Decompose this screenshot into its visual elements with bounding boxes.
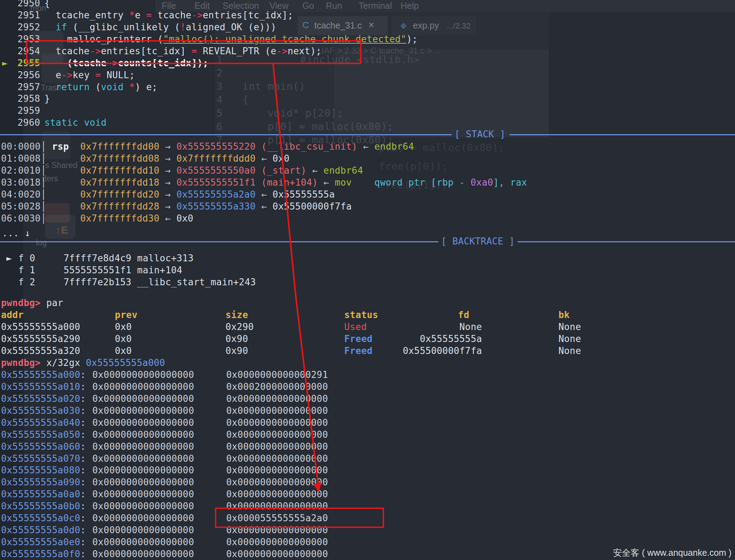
line-number: 2950 (14, 0, 40, 9)
text-segment: → (160, 165, 177, 176)
text-segment: 0x7fffffffdd28 (80, 201, 160, 212)
memory-value: 0x0000000000000000 (226, 548, 328, 560)
text-segment: : (80, 393, 86, 404)
text-segment: aligned_OK (e))) (186, 22, 276, 32)
source-code-text: tcache_entry *e = tcache->entries[tc_idx… (44, 9, 293, 21)
text-segment: x/32gx (46, 357, 86, 368)
backtrace-row: f 2 7ffff7e2b153 __libc_start_main+243 (0, 276, 735, 288)
backtrace-section-label: [ BACKTRACE ] (441, 236, 515, 247)
text-segment: -> (61, 70, 73, 80)
text-segment: → (160, 153, 177, 164)
memory-address: 0x55555555a010: (1, 381, 86, 393)
text-segment: key (73, 70, 95, 80)
annotation-box-memory-value (215, 508, 384, 528)
watermark: 安全客 ( www.anquanke.com ) (613, 547, 731, 559)
text-segment: * (129, 82, 135, 92)
text-segment (46, 165, 80, 176)
text-segment: ); (406, 34, 418, 44)
stack-divider (509, 134, 735, 135)
line-number: 2959 (14, 105, 40, 117)
text-segment (46, 177, 80, 188)
memory-value: 0x0000000000000000 (92, 417, 194, 429)
text-segment: rsp (52, 141, 69, 152)
text-segment: 0x0 (273, 153, 290, 164)
current-line-marker (2, 33, 14, 45)
text-segment: 0x7fffffffdd10 (80, 165, 160, 176)
backtrace-row: ►f 0 7ffff7e8d4c9 malloc+313 (0, 252, 735, 264)
memory-address: 0x55555555a0e0: (1, 536, 86, 548)
chunk-prev: 0x0 (115, 321, 132, 333)
text-segment: 0x7fffffffdd20 (80, 189, 160, 200)
heap-chunk-row: 0x55555555a2900x00x90FreedNone0x55555555… (0, 333, 735, 345)
text-segment: 0x55555555a0a0 (1, 489, 80, 499)
heap-table-header: addrprevsizestatusfdbk (0, 309, 735, 321)
memory-value: 0x0000000000000000 (226, 536, 328, 548)
source-code-text: e->key = NULL; (44, 69, 135, 81)
text-segment: return (56, 82, 89, 92)
memory-row: 0x55555555a020:0x00000000000000000x00000… (0, 393, 735, 405)
text-segment: e (135, 10, 146, 20)
source-line: 2950{ (0, 0, 735, 9)
memory-value: 0x0000000000000000 (92, 441, 194, 453)
chunk-size: 0x290 (226, 321, 254, 333)
source-line: 2951 tcache_entry *e = tcache->entries[t… (0, 9, 735, 21)
memory-address: 0x55555555a050: (1, 429, 86, 441)
text-segment (78, 117, 84, 128)
text-segment: 0x55555555a080 (1, 465, 80, 475)
current-line-marker (2, 21, 14, 33)
text-segment: : (80, 429, 86, 440)
text-segment: 0x55555555a330 (177, 201, 256, 212)
text-segment: ← (255, 189, 272, 200)
backtrace-frame-text: f 2 7ffff7e2b153 __libc_start_main+243 (18, 276, 256, 288)
chunk-prev: 0x0 (115, 345, 132, 357)
text-segment: void (101, 82, 124, 92)
text-segment: endbr64 (375, 141, 414, 152)
text-segment (46, 201, 80, 212)
prompt-line: pwndbg> par (1, 297, 735, 309)
text-segment (46, 153, 80, 164)
chunk-size: 0x90 (226, 345, 248, 357)
stack-divider (0, 134, 452, 135)
text-segment: 0x55555555a090 (1, 477, 80, 487)
memory-address: 0x55555555a0b0: (1, 500, 86, 512)
chunk-addr: 0x55555555a320 (1, 345, 80, 357)
text-segment: 0x555555555220 (__libc_csu_init) (177, 141, 358, 152)
text-segment: 0x55555555a (273, 189, 335, 200)
memory-address: 0x55555555a000: (1, 369, 86, 381)
memory-row: 0x55555555a090:0x00000000000000000x00000… (0, 476, 735, 488)
chunk-addr: 0x55555555a290 (1, 333, 80, 345)
column-header-size: size (226, 309, 248, 321)
chunk-addr: 0x55555555a000 (1, 321, 80, 333)
current-line-marker (2, 93, 14, 105)
chunk-status: Used (344, 321, 367, 333)
source-code-text: if (__glibc_unlikely (!aligned_OK (e))) (44, 21, 276, 33)
memory-value: 0x0000000000000000 (92, 464, 194, 476)
source-line: 2960static void (0, 117, 735, 129)
text-segment: ← (255, 201, 272, 212)
current-line-marker (2, 81, 14, 93)
text-segment: → (160, 201, 177, 212)
text-segment: NULL; (101, 70, 135, 80)
memory-address: 0x55555555a0c0: (1, 512, 86, 524)
chunk-fd: 0x55555555a (370, 333, 482, 345)
memory-address: 0x55555555a090: (1, 476, 86, 488)
text-segment: : (80, 417, 86, 428)
text-segment: -> (191, 10, 203, 20)
memory-value: 0x0000000000000000 (92, 453, 194, 465)
desktop-item-log[interactable]: log (36, 238, 47, 248)
text-segment: 00:0000 (1, 141, 41, 152)
memory-address: 0x55555555a0d0: (1, 524, 86, 536)
text-segment: = (95, 70, 101, 80)
text-segment: e (44, 70, 61, 80)
current-frame-marker: ► (6, 252, 12, 264)
stack-row: 00:0000│ rsp 0x7fffffffdd00 → 0x55555555… (1, 141, 735, 153)
text-segment: : (80, 441, 86, 452)
text-segment: │ (41, 141, 46, 152)
text-segment: 0x55555555a0b0 (1, 501, 80, 511)
memory-value: 0x0000000000000000 (226, 429, 328, 441)
current-line-marker (2, 117, 14, 129)
line-number: 2952 (14, 21, 40, 33)
text-segment: : (80, 489, 86, 499)
backtrace-divider (0, 241, 438, 242)
text-segment (44, 82, 56, 92)
